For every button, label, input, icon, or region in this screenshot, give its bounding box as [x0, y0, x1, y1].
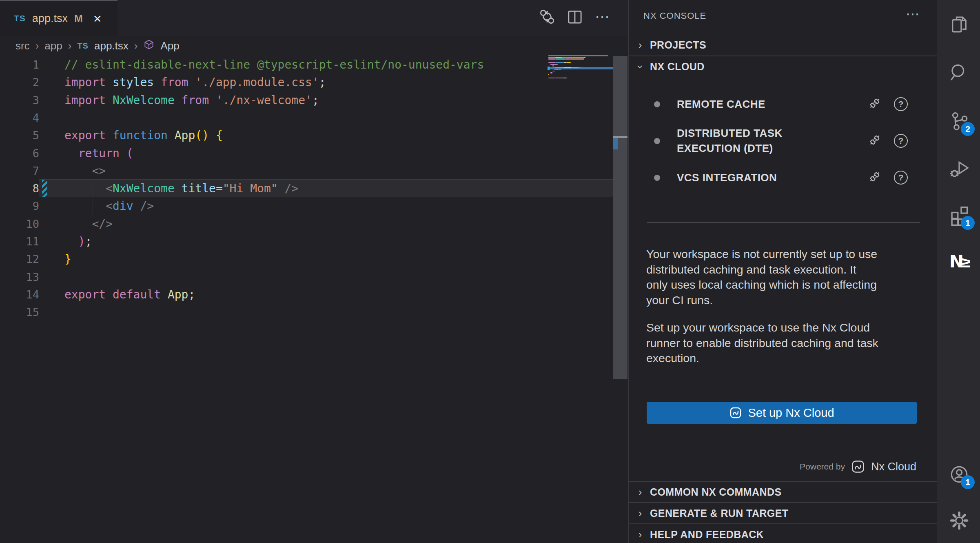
panel-more-actions-icon[interactable]: ⋯ [906, 6, 920, 22]
minimap-line [571, 67, 579, 68]
breadcrumb-app[interactable]: app [44, 40, 62, 52]
workspace-status-text: Your workspace is not currently set up t… [646, 247, 922, 308]
open-changes-icon[interactable] [538, 7, 557, 26]
minimap-line [548, 62, 555, 63]
more-actions-icon[interactable]: ⋯ [593, 7, 612, 26]
chevron-right-icon: › [134, 40, 138, 52]
minimap-line [548, 57, 555, 58]
minimap-line [579, 67, 581, 68]
breadcrumb[interactable]: src › app › TS app.tsx › App [16, 36, 180, 56]
source-control-icon[interactable]: 2 [949, 111, 970, 132]
status-bullet [654, 138, 660, 144]
minimap-line [548, 58, 555, 60]
editor-actions: ⋯ [538, 7, 612, 26]
scrollbar-thumb[interactable] [613, 56, 627, 379]
typescript-file-icon: TS [14, 13, 26, 23]
section-nx-cloud[interactable]: › NX CLOUD [629, 56, 937, 77]
minimap-line [548, 55, 608, 56]
code-line[interactable]: 12} [0, 250, 612, 268]
status-bullet [654, 101, 660, 107]
minimap-line [555, 78, 563, 79]
code-line[interactable]: 5export function App() { [0, 126, 612, 144]
cloud-item-dte: DISTRIBUTED TASK EXECUTION (DTE) ? [629, 121, 937, 161]
help-icon[interactable]: ? [894, 97, 908, 111]
split-editor-icon[interactable] [565, 7, 584, 26]
tab-bar: TS app.tsx M × [0, 0, 628, 36]
nx-cloud-brand: Nx Cloud [871, 461, 916, 473]
minimap-line [548, 74, 549, 75]
minimap-line [555, 69, 558, 70]
code-line[interactable]: 3import NxWelcome from './nx-welcome'; [0, 91, 612, 109]
setup-hint-text: Set up your workspace to use the Nx Clou… [646, 320, 922, 366]
run-and-debug-icon[interactable] [949, 158, 970, 179]
minimap-line [565, 58, 570, 60]
help-icon[interactable]: ? [894, 171, 908, 185]
code-line[interactable]: 1// eslint-disable-next-line @typescript… [0, 56, 612, 73]
minimap-modified-tick [548, 67, 550, 70]
nx-cloud-icon [851, 459, 865, 474]
minimap-line [564, 67, 570, 68]
account-icon[interactable]: 1 [949, 464, 970, 485]
nx-console-panel: NX CONSOLE ⋯ › PROJECTS › NX CLOUD REMOT… [628, 0, 937, 543]
minimap-line [551, 72, 552, 73]
source-control-badge: 2 [961, 122, 975, 136]
svg-text:≥: ≥ [960, 253, 970, 271]
minimap-line [555, 58, 565, 60]
modified-badge: M [74, 13, 83, 24]
breadcrumb-src[interactable]: src [16, 40, 30, 52]
connect-icon[interactable] [868, 170, 882, 185]
cloud-item-vcs: VCS INTEGRATION ? [629, 165, 937, 190]
code-line[interactable]: 4 [0, 109, 612, 127]
section-projects[interactable]: › PROJECTS [629, 34, 937, 56]
code-line[interactable]: 13 [0, 268, 612, 286]
divider [647, 222, 920, 223]
code-line[interactable]: 2import styles from './app.module.css'; [0, 73, 612, 91]
connect-icon[interactable] [868, 96, 882, 112]
minimap-line [550, 64, 557, 65]
breadcrumb-file[interactable]: app.tsx [94, 40, 129, 52]
nx-cloud-icon [729, 406, 742, 419]
minimap-line [552, 65, 554, 67]
cloud-item-remote-cache: REMOTE CACHE ? [629, 91, 937, 117]
settings-gear-icon[interactable] [949, 510, 970, 531]
section-help-and-feedback[interactable]: › HELP AND FEEDBACK [629, 523, 937, 543]
minimap-line [567, 62, 571, 63]
section-generate-run-target[interactable]: › GENERATE & RUN TARGET [629, 502, 937, 523]
extensions-icon[interactable]: 1 [949, 205, 970, 226]
minimap-line [557, 64, 558, 65]
code-line[interactable]: 11 ); [0, 232, 612, 250]
chevron-right-icon: › [634, 39, 646, 51]
close-icon[interactable]: × [93, 11, 102, 25]
search-icon[interactable] [949, 62, 970, 83]
code-line[interactable]: 6 return ( [0, 144, 612, 162]
code-line[interactable]: 7 <> [0, 162, 612, 180]
editor-region: TS app.tsx M × ⋯ src › app › TS app.tsx … [0, 0, 628, 543]
setup-nx-cloud-button[interactable]: Set up Nx Cloud [647, 402, 917, 424]
minimap-line [552, 71, 555, 72]
code-line[interactable]: 9 <div /> [0, 197, 612, 215]
powered-by: Powered by Nx Cloud [800, 457, 916, 476]
minimap[interactable] [548, 55, 614, 84]
minimap-line [562, 57, 567, 58]
explorer-icon[interactable] [949, 14, 970, 35]
minimap-line [583, 58, 584, 60]
symbol-cube-icon [143, 39, 155, 53]
section-common-nx-commands[interactable]: › COMMON NX COMMANDS [629, 481, 937, 502]
tab-app-tsx[interactable]: TS app.tsx M × [0, 0, 118, 36]
connect-icon[interactable] [868, 133, 882, 149]
nx-console-icon[interactable]: N ≥ [949, 250, 970, 272]
code-line[interactable]: 14export default App; [0, 285, 612, 303]
code-line[interactable]: 10 </> [0, 215, 612, 233]
code-line[interactable]: 8 <NxWelcome title="Hi Mom" /> [0, 179, 612, 197]
breadcrumb-symbol[interactable]: App [160, 40, 179, 52]
help-icon[interactable]: ? [894, 134, 908, 148]
minimap-line [567, 57, 584, 58]
code-line[interactable]: 15 [0, 303, 612, 321]
minimap-line [555, 62, 564, 63]
minimap-line [570, 58, 583, 60]
typescript-file-icon: TS [77, 41, 89, 51]
minimap-line [564, 62, 567, 63]
overview-ruler-modified-mark [613, 138, 618, 149]
chevron-down-icon: › [634, 61, 647, 72]
panel-title: NX CONSOLE [643, 11, 706, 21]
